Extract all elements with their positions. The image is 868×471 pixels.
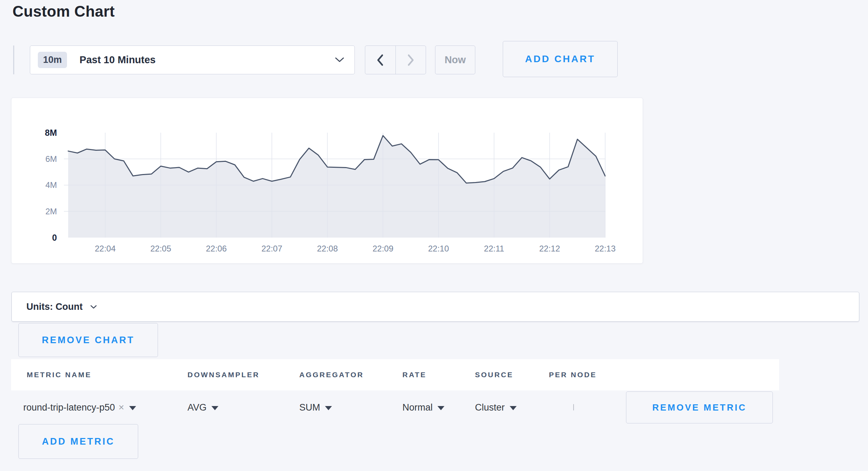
x-axis-tick-label: 22:04 xyxy=(81,244,130,254)
y-axis-tick-label: 2M xyxy=(11,206,57,217)
metrics-table: METRIC NAME DOWNSAMPLER AGGREGATOR RATE … xyxy=(11,359,779,424)
dropdown-caret-icon xyxy=(129,406,136,410)
downsampler-dropdown[interactable]: AVG xyxy=(187,402,299,413)
chevron-down-icon xyxy=(90,305,97,309)
y-axis-tick-label: 4M xyxy=(11,180,57,191)
column-header-aggregator: AGGREGATOR xyxy=(299,371,402,379)
column-header-metric-name: METRIC NAME xyxy=(27,371,187,379)
rate-dropdown[interactable]: Normal xyxy=(402,402,475,413)
downsampler-value: AVG xyxy=(187,402,207,413)
timeseries-chart-card: 22:0422:0522:0622:0722:0822:0922:1022:11… xyxy=(11,98,643,264)
chevron-left-icon xyxy=(376,54,384,66)
metric-name-dropdown[interactable]: round-trip-latency-p50 × xyxy=(23,402,187,413)
y-axis-tick-label: 0 xyxy=(11,232,57,243)
add-chart-button[interactable]: ADD CHART xyxy=(503,41,618,77)
timeseries-area-chart xyxy=(64,133,606,238)
x-axis-tick-label: 22:08 xyxy=(303,244,352,254)
dropdown-caret-icon xyxy=(437,406,444,410)
x-axis-tick-label: 22:05 xyxy=(136,244,185,254)
source-dropdown[interactable]: Cluster xyxy=(475,402,549,413)
column-header-source: SOURCE xyxy=(475,371,549,379)
dropdown-caret-icon xyxy=(510,406,517,410)
dropdown-caret-icon xyxy=(211,406,218,410)
chart-plot-area[interactable] xyxy=(64,133,606,238)
x-axis-tick-label: 22:07 xyxy=(248,244,296,254)
time-window-badge: 10m xyxy=(38,52,67,68)
toolbar-accent-divider xyxy=(13,46,14,74)
rate-value: Normal xyxy=(402,402,433,413)
x-axis-tick-label: 22:11 xyxy=(470,244,518,254)
per-node-checkbox[interactable] xyxy=(573,404,574,411)
x-axis-tick-label: 22:06 xyxy=(192,244,241,254)
time-window-dropdown[interactable]: 10m Past 10 Minutes xyxy=(30,46,355,74)
aggregator-dropdown[interactable]: SUM xyxy=(299,402,402,413)
now-button[interactable]: Now xyxy=(435,46,475,74)
source-value: Cluster xyxy=(475,402,505,413)
x-axis-tick-label: 22:10 xyxy=(414,244,463,254)
clear-metric-icon[interactable]: × xyxy=(118,403,124,412)
remove-metric-button[interactable]: REMOVE METRIC xyxy=(626,391,773,423)
metrics-table-header: METRIC NAME DOWNSAMPLER AGGREGATOR RATE … xyxy=(11,359,779,390)
time-window-label: Past 10 Minutes xyxy=(80,54,156,66)
column-header-downsampler: DOWNSAMPLER xyxy=(187,371,299,379)
x-axis-tick-label: 22:09 xyxy=(359,244,407,254)
x-axis-tick-label: 22:12 xyxy=(525,244,574,254)
column-header-rate: RATE xyxy=(402,371,475,379)
time-next-button[interactable] xyxy=(395,46,426,74)
metric-row: round-trip-latency-p50 × AVG SUM Normal … xyxy=(11,390,779,424)
chevron-right-icon xyxy=(407,54,415,66)
chevron-down-icon xyxy=(335,57,344,63)
metric-name-value: round-trip-latency-p50 xyxy=(23,402,115,413)
remove-chart-button[interactable]: REMOVE CHART xyxy=(18,323,158,357)
y-axis-tick-label: 8M xyxy=(11,127,57,138)
units-dropdown[interactable]: Units: Count xyxy=(11,292,859,322)
x-axis-tick-label: 22:13 xyxy=(581,244,629,254)
units-dropdown-label: Units: Count xyxy=(26,301,83,312)
time-prev-button[interactable] xyxy=(365,46,395,74)
dropdown-caret-icon xyxy=(325,406,332,410)
custom-chart-page: Custom Chart 10m Past 10 Minutes Now ADD… xyxy=(0,0,868,471)
column-header-per-node: PER NODE xyxy=(549,371,626,379)
page-title: Custom Chart xyxy=(12,3,115,20)
add-metric-button[interactable]: ADD METRIC xyxy=(18,424,138,459)
y-axis-tick-label: 6M xyxy=(11,154,57,165)
time-shift-button-group xyxy=(365,46,426,74)
aggregator-value: SUM xyxy=(299,402,320,413)
